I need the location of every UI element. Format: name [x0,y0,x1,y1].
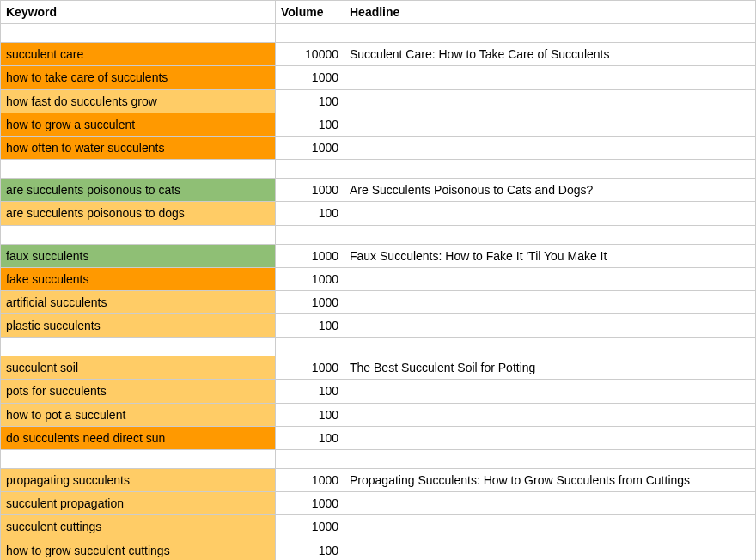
volume-cell[interactable]: 100 [276,113,344,136]
volume-cell[interactable]: 1000 [276,244,344,267]
spreadsheet-cell[interactable] [344,24,756,43]
headline-cell[interactable] [344,267,756,290]
keyword-cell[interactable]: are succulents poisonous to dogs [1,202,276,225]
table-row: succulent soil1000The Best Succulent Soi… [1,356,756,380]
headline-cell[interactable]: The Best Succulent Soil for Potting [344,356,756,380]
spreadsheet-cell[interactable] [1,225,276,244]
volume-cell[interactable]: 1000 [276,267,344,290]
spreadsheet-cell[interactable] [276,450,344,469]
spreadsheet-cell[interactable] [344,450,756,469]
headline-cell[interactable] [344,89,756,113]
volume-cell[interactable]: 1000 [276,515,344,539]
keyword-cell[interactable]: how often to water succulents [1,136,276,159]
keyword-cell[interactable]: succulent propagation [1,492,276,515]
table-row: artificial succulents1000 [1,290,756,313]
table-row: succulent cuttings1000 [1,515,756,539]
keyword-cell[interactable]: fake succulents [1,267,276,290]
keyword-cell[interactable]: are succulents poisonous to cats [1,179,276,202]
headline-cell[interactable] [344,290,756,313]
table-body: succulent care10000Succulent Care: How t… [1,24,756,560]
keyword-cell[interactable]: how to grow succulent cuttings [1,539,276,560]
volume-cell[interactable]: 100 [276,89,344,113]
table-row [1,338,756,356]
table-row: do succulents need direct sun100 [1,426,756,449]
keyword-cell[interactable]: artificial succulents [1,290,276,313]
headline-cell[interactable] [344,136,756,159]
table-row: how often to water succulents1000 [1,136,756,159]
headline-cell[interactable] [344,202,756,225]
header-volume[interactable]: Volume [276,1,344,24]
table-row: how fast do succulents grow100 [1,89,756,113]
keyword-cell[interactable]: how to take care of succulents [1,66,276,89]
volume-cell[interactable]: 100 [276,314,344,338]
volume-cell[interactable]: 1000 [276,136,344,159]
headline-cell[interactable] [344,515,756,539]
spreadsheet-cell[interactable] [1,160,276,179]
table-row [1,450,756,469]
table-row [1,160,756,179]
table-row: succulent propagation1000 [1,492,756,515]
table-row: how to pot a succulent100 [1,403,756,426]
table-row: faux succulents1000Faux Succulents: How … [1,244,756,267]
header-headline[interactable]: Headline [344,1,756,24]
spreadsheet-cell[interactable] [344,225,756,244]
headline-cell[interactable] [344,314,756,338]
spreadsheet-cell[interactable] [1,24,276,43]
volume-cell[interactable]: 100 [276,539,344,560]
keyword-spreadsheet: Keyword Volume Headline succulent care10… [0,0,756,560]
headline-cell[interactable]: Faux Succulents: How to Fake It 'Til You… [344,244,756,267]
table-row: pots for succulents100 [1,380,756,403]
keyword-cell[interactable]: succulent soil [1,356,276,380]
header-row: Keyword Volume Headline [1,1,756,24]
header-keyword[interactable]: Keyword [1,1,276,24]
keyword-cell[interactable]: succulent care [1,43,276,66]
spreadsheet-cell[interactable] [276,338,344,356]
keyword-cell[interactable]: how to pot a succulent [1,403,276,426]
headline-cell[interactable] [344,380,756,403]
volume-cell[interactable]: 1000 [276,356,344,380]
volume-cell[interactable]: 10000 [276,43,344,66]
spreadsheet-cell[interactable] [276,225,344,244]
volume-cell[interactable]: 1000 [276,469,344,492]
keyword-cell[interactable]: how fast do succulents grow [1,89,276,113]
headline-cell[interactable]: Succulent Care: How to Take Care of Succ… [344,43,756,66]
table-row: how to grow a succulent100 [1,113,756,136]
volume-cell[interactable]: 1000 [276,290,344,313]
table-row: plastic succulents100 [1,314,756,338]
keyword-cell[interactable]: faux succulents [1,244,276,267]
keyword-cell[interactable]: do succulents need direct sun [1,426,276,449]
keyword-cell[interactable]: succulent cuttings [1,515,276,539]
keyword-cell[interactable]: plastic succulents [1,314,276,338]
volume-cell[interactable]: 1000 [276,66,344,89]
volume-cell[interactable]: 100 [276,202,344,225]
table-row: propagating succulents1000Propagating Su… [1,469,756,492]
volume-cell[interactable]: 100 [276,426,344,449]
volume-cell[interactable]: 1000 [276,492,344,515]
headline-cell[interactable]: Propagating Succulents: How to Grow Succ… [344,469,756,492]
keyword-cell[interactable]: how to grow a succulent [1,113,276,136]
volume-cell[interactable]: 100 [276,403,344,426]
spreadsheet-cell[interactable] [1,338,276,356]
volume-cell[interactable]: 1000 [276,179,344,202]
spreadsheet-cell[interactable] [276,160,344,179]
table-row: are succulents poisonous to dogs100 [1,202,756,225]
table-row [1,225,756,244]
table-row: are succulents poisonous to cats1000Are … [1,179,756,202]
headline-cell[interactable] [344,66,756,89]
spreadsheet-cell[interactable] [1,450,276,469]
keyword-cell[interactable]: propagating succulents [1,469,276,492]
headline-cell[interactable]: Are Succulents Poisonous to Cats and Dog… [344,179,756,202]
headline-cell[interactable] [344,113,756,136]
volume-cell[interactable]: 100 [276,380,344,403]
table-row [1,24,756,43]
spreadsheet-cell[interactable] [344,338,756,356]
table-row: fake succulents1000 [1,267,756,290]
spreadsheet-cell[interactable] [344,160,756,179]
headline-cell[interactable] [344,492,756,515]
headline-cell[interactable] [344,403,756,426]
headline-cell[interactable] [344,539,756,560]
table-row: how to grow succulent cuttings100 [1,539,756,560]
spreadsheet-cell[interactable] [276,24,344,43]
headline-cell[interactable] [344,426,756,449]
keyword-cell[interactable]: pots for succulents [1,380,276,403]
